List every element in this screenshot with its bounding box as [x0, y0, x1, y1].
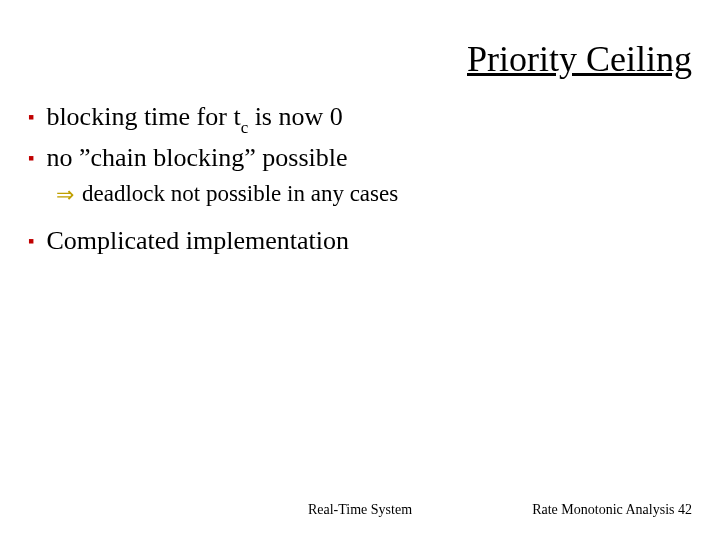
bullet-item: ▪ no ”chain blocking” possible: [28, 141, 692, 175]
arrow-icon: ⇒: [56, 181, 74, 210]
bullet-marker-icon: ▪: [28, 106, 34, 129]
bullet-marker-icon: ▪: [28, 147, 34, 170]
tau-subscript: c: [241, 118, 249, 137]
bullet-item: ▪ blocking time for tc is now 0: [28, 100, 692, 137]
bullet-text: blocking time for tc is now 0: [46, 100, 342, 137]
page-number: 42: [678, 502, 692, 517]
footer-right: Rate Monotonic Analysis 42: [532, 502, 692, 518]
bullet-marker-icon: ▪: [28, 230, 34, 253]
tau-symbol: t: [233, 100, 240, 134]
slide-title: Priority Ceiling: [467, 38, 692, 80]
slide: Priority Ceiling ▪ blocking time for tc …: [0, 0, 720, 540]
bullet-item: ▪ Complicated implementation: [28, 224, 692, 258]
bullet-text: Complicated implementation: [46, 224, 349, 258]
text-fragment: is now 0: [248, 102, 343, 131]
sub-bullet-item: ⇒ deadlock not possible in any cases: [56, 179, 692, 210]
slide-content: ▪ blocking time for tc is now 0 ▪ no ”ch…: [28, 100, 692, 261]
bullet-text: no ”chain blocking” possible: [46, 141, 347, 175]
text-fragment: blocking time for: [46, 102, 233, 131]
sub-bullet-text: deadlock not possible in any cases: [82, 179, 398, 209]
footer-label: Rate Monotonic Analysis: [532, 502, 678, 517]
